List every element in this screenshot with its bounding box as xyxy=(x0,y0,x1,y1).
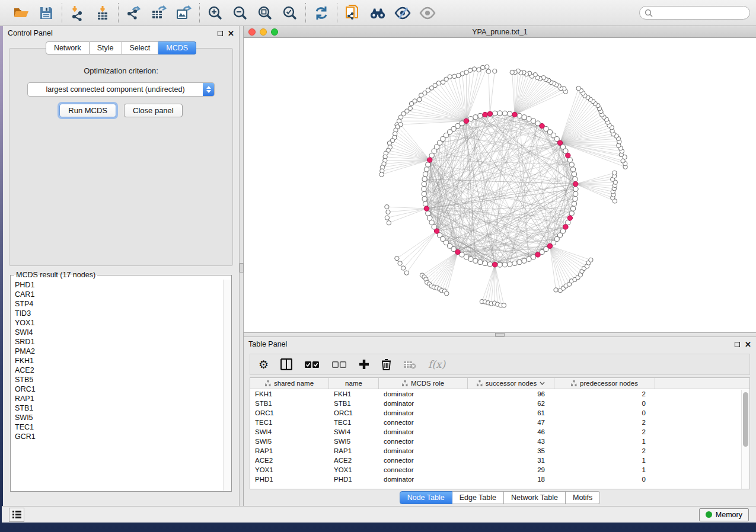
table-row[interactable]: ACE2ACE2connector311 xyxy=(250,456,749,465)
mcds-network-node[interactable] xyxy=(535,252,540,257)
network-node[interactable] xyxy=(452,74,457,78)
tab-edge-table[interactable]: Edge Table xyxy=(452,491,504,504)
mcds-network-node[interactable] xyxy=(563,225,568,229)
mcds-result-item[interactable]: CAR1 xyxy=(15,290,231,299)
tab-style[interactable]: Style xyxy=(90,41,122,55)
table-cell[interactable]: dominator xyxy=(379,399,468,408)
table-cell[interactable]: connector xyxy=(379,418,468,427)
table-cell[interactable]: 62 xyxy=(468,399,554,408)
table-cell[interactable]: connector xyxy=(379,437,468,446)
table-cell[interactable]: dominator xyxy=(379,408,468,418)
scrollbar-thumb[interactable] xyxy=(743,392,748,447)
mcds-network-node[interactable] xyxy=(455,249,460,254)
mcds-result-item[interactable]: FKH1 xyxy=(15,356,231,366)
network-node[interactable] xyxy=(589,258,593,262)
function-builder-icon[interactable]: f(x) xyxy=(428,358,445,370)
table-scrollbar[interactable] xyxy=(741,390,749,489)
network-node[interactable] xyxy=(426,162,430,167)
tab-network[interactable]: Network xyxy=(46,41,90,55)
network-node[interactable] xyxy=(567,158,572,162)
network-node[interactable] xyxy=(508,262,512,267)
network-node[interactable] xyxy=(422,187,426,191)
network-node[interactable] xyxy=(386,210,390,214)
table-cell[interactable]: TEC1 xyxy=(250,418,329,427)
network-node[interactable] xyxy=(487,262,492,267)
table-cell[interactable]: 2 xyxy=(554,389,655,399)
table-cell[interactable]: PHD1 xyxy=(250,475,329,484)
network-node[interactable] xyxy=(428,216,432,220)
network-node[interactable] xyxy=(426,211,430,216)
table-cell[interactable]: 46 xyxy=(468,427,554,437)
network-node[interactable] xyxy=(429,153,434,158)
tab-mcds[interactable]: MCDS xyxy=(158,41,196,55)
table-cell[interactable]: 29 xyxy=(468,465,554,475)
mcds-result-item[interactable]: ACE2 xyxy=(15,366,231,375)
table-cell[interactable]: STB1 xyxy=(250,399,329,408)
network-node[interactable] xyxy=(473,115,478,120)
table-cell[interactable]: ACE2 xyxy=(329,456,379,465)
table-cell[interactable]: connector xyxy=(379,465,468,475)
mcds-network-node[interactable] xyxy=(464,118,468,123)
table-settings-icon[interactable]: ⚙ xyxy=(259,359,269,370)
export-table-icon[interactable] xyxy=(151,5,167,21)
table-cell[interactable]: SWI4 xyxy=(329,427,379,437)
clone-network-icon[interactable] xyxy=(344,5,361,21)
table-cell[interactable]: 35 xyxy=(468,446,554,456)
network-node[interactable] xyxy=(573,187,578,191)
mcds-network-node[interactable] xyxy=(547,243,552,248)
mcds-result-item[interactable]: GCR1 xyxy=(15,432,231,441)
table-cell[interactable]: 2 xyxy=(554,446,655,456)
table-row[interactable]: TEC1TEC1connector472 xyxy=(250,418,749,427)
mcds-network-node[interactable] xyxy=(434,229,439,233)
network-node[interactable] xyxy=(486,69,490,73)
mcds-network-node[interactable] xyxy=(424,206,429,211)
save-session-icon[interactable] xyxy=(38,5,55,21)
mcds-network-node[interactable] xyxy=(540,123,544,128)
table-cell[interactable]: connector xyxy=(379,456,468,465)
table-row[interactable]: YOX1YOX1connector291 xyxy=(250,465,749,475)
memory-button[interactable]: Memory xyxy=(699,508,749,521)
table-row[interactable]: SWI5SWI5connector431 xyxy=(250,437,749,446)
table-cell[interactable]: RAP1 xyxy=(250,446,329,456)
mcds-result-item[interactable]: SWI5 xyxy=(15,413,231,422)
network-node[interactable] xyxy=(573,197,578,201)
network-node[interactable] xyxy=(387,141,391,145)
network-node[interactable] xyxy=(483,261,487,265)
column-header-predecessor-nodes[interactable]: predecessor nodes xyxy=(554,378,655,389)
network-node[interactable] xyxy=(531,118,536,123)
column-header-name[interactable]: name xyxy=(329,378,379,389)
network-node[interactable] xyxy=(478,113,483,118)
mcds-network-node[interactable] xyxy=(567,216,572,220)
network-node[interactable] xyxy=(493,69,497,73)
network-node[interactable] xyxy=(464,255,468,259)
table-cell[interactable]: YOX1 xyxy=(250,465,329,475)
window-close-icon[interactable] xyxy=(248,28,256,36)
zoom-fit-icon[interactable] xyxy=(257,5,273,21)
mcds-network-node[interactable] xyxy=(487,111,492,116)
table-cell[interactable]: FKH1 xyxy=(250,389,329,399)
network-node[interactable] xyxy=(517,113,522,118)
network-node[interactable] xyxy=(613,171,617,175)
network-node[interactable] xyxy=(409,101,413,105)
network-node[interactable] xyxy=(417,98,422,102)
table-cell[interactable]: PHD1 xyxy=(329,475,379,484)
table-cell[interactable]: 0 xyxy=(554,408,655,418)
network-node[interactable] xyxy=(429,220,434,225)
table-row[interactable]: STB1STB1dominator620 xyxy=(250,399,749,408)
network-node[interactable] xyxy=(554,288,558,292)
network-node[interactable] xyxy=(569,211,574,216)
network-node[interactable] xyxy=(441,80,445,84)
mcds-network-node[interactable] xyxy=(483,112,487,117)
mcds-result-item[interactable]: TID3 xyxy=(15,309,231,318)
network-node[interactable] xyxy=(404,271,409,275)
table-cell[interactable]: 43 xyxy=(468,437,554,446)
close-panel-icon[interactable]: ✕ xyxy=(745,341,751,348)
mcds-network-node[interactable] xyxy=(566,153,570,158)
task-history-icon[interactable] xyxy=(9,508,24,522)
table-cell[interactable]: ORC1 xyxy=(250,408,329,418)
network-node[interactable] xyxy=(571,206,576,211)
table-cell[interactable]: STB1 xyxy=(329,399,379,408)
network-node[interactable] xyxy=(473,258,478,263)
criterion-select[interactable]: largest connected component (undirected) xyxy=(27,82,215,97)
mcds-result-item[interactable]: STB1 xyxy=(15,403,231,413)
